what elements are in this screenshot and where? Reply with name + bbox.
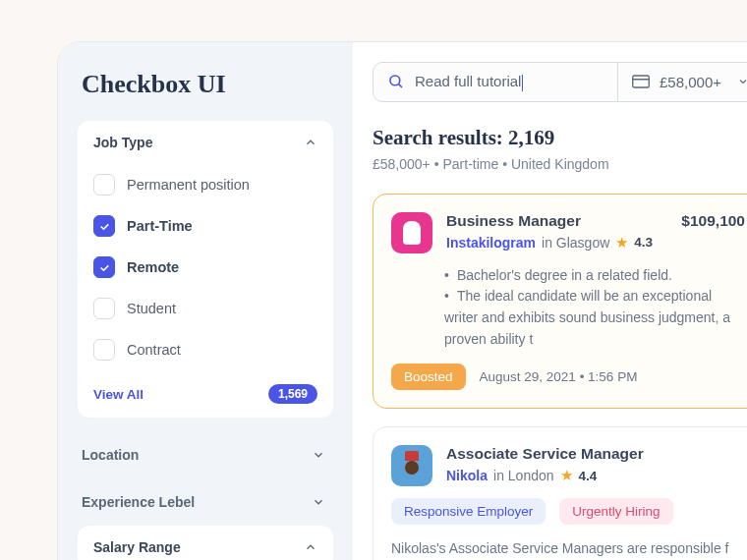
company-link[interactable]: Instakilogram [446,235,536,251]
sidebar: Checkbox UI Job Type Permanent position … [58,42,353,560]
star-icon: ★ [560,467,573,484]
job-bullets: Bachelor's degree in a related field. Th… [444,265,745,351]
rating-value: 4.3 [634,235,653,250]
job-card[interactable]: Associate Service Manager Nikola in Lond… [373,426,747,560]
job-badges: Responsive Employer Urgently Hiring [391,498,745,525]
bullet-item: The ideal candidate will be an exception… [444,286,745,350]
filter-title: Salary Range [93,539,181,555]
location-text: in Glasgow [542,235,609,251]
salary-value: £58,000+ [660,74,721,90]
checkbox-label: Remote [127,259,179,275]
filter-title: Job Type [93,135,152,150]
bullet-item: Bachelor's degree in a related field. [444,265,745,287]
checkbox-icon [93,215,115,237]
company-link[interactable]: Nikola [446,468,488,483]
view-all-row: View All 1,569 [93,370,317,404]
checkbox-icon [93,339,115,361]
rating-value: 4.4 [579,469,598,483]
search-input[interactable]: Read full tutorial [373,62,618,102]
job-description: Nikolas's Associate Service Managers are… [391,538,745,560]
checkbox-label: Permanent position [127,177,250,193]
job-title: Business Manager [446,212,581,230]
job-date: August 29, 2021 • 1:56 PM [480,369,638,384]
star-icon: ★ [615,234,628,252]
job-footer: Boosted August 29, 2021 • 1:56 PM [391,364,745,390]
view-all-link[interactable]: View All [93,387,144,402]
filter-location[interactable]: Location [78,431,333,478]
job-head: Business Manager $109,100 Instakilogram … [391,212,745,253]
filter-body: Permanent position Part-Time Remote Stud… [78,164,333,418]
checkbox-label: Part-Time [127,218,193,234]
chevron-up-icon [304,540,317,554]
checkbox-contract[interactable]: Contract [93,329,317,370]
chevron-down-icon [312,448,325,462]
filter-title: Location [82,447,139,463]
checkbox-student[interactable]: Student [93,288,317,329]
filter-experience[interactable]: Experience Lebel [78,478,333,526]
search-value: Read full tutorial [415,73,523,91]
chevron-down-icon [312,495,325,509]
svg-rect-2 [633,76,650,87]
job-head: Associate Service Manager Nikola in Lond… [391,445,745,486]
page-title: Checkbox UI [82,70,333,99]
job-card[interactable]: Business Manager $109,100 Instakilogram … [373,194,747,410]
chevron-down-icon [737,76,747,87]
text-cursor [522,75,523,91]
results-subline: £58,000+ • Part-time • United Kingdom [373,156,747,172]
count-badge: 1,569 [268,384,317,404]
topbar: Read full tutorial £58,000+ [373,62,747,102]
filter-job-type: Job Type Permanent position Part-Time Re… [78,121,333,418]
svg-point-0 [390,76,400,85]
job-title: Associate Service Manager [446,445,745,463]
search-icon [387,73,405,90]
chevron-up-icon [304,136,317,149]
urgent-badge: Urgently Hiring [559,498,672,525]
checkbox-icon [93,256,115,278]
results-heading: Search results: 2,169 [373,126,747,150]
responsive-badge: Responsive Employer [391,498,546,525]
checkbox-label: Contract [127,342,181,358]
checkbox-part-time[interactable]: Part-Time [93,205,317,247]
app-window: Checkbox UI Job Type Permanent position … [57,41,747,560]
salary-select[interactable]: £58,000+ [618,62,747,102]
avatar [391,212,432,253]
checkbox-icon [93,174,115,196]
location-text: in London [493,468,554,483]
checkbox-label: Student [127,301,176,316]
filter-header-job-type[interactable]: Job Type [78,121,333,164]
checkbox-remote[interactable]: Remote [93,247,317,288]
card-icon [632,75,650,88]
job-company-row: Nikola in London ★ 4.4 [446,467,745,484]
boosted-badge: Boosted [391,364,466,390]
filter-title: Experience Lebel [82,494,195,510]
checkbox-permanent[interactable]: Permanent position [93,164,317,205]
job-salary: $109,100 [681,212,745,230]
job-company-row: Instakilogram in Glasgow ★ 4.3 [446,234,745,252]
svg-line-1 [399,84,402,87]
filter-salary-range: Salary Range [78,526,333,560]
main-content: Read full tutorial £58,000+ Search resul… [353,42,747,560]
filter-header-salary[interactable]: Salary Range [78,526,333,560]
checkbox-icon [93,298,115,319]
avatar [391,445,432,486]
